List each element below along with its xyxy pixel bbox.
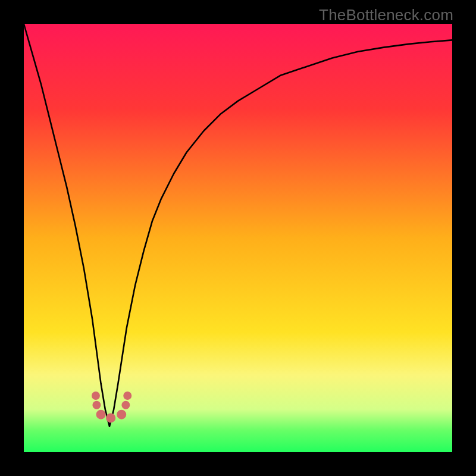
optimum-dot xyxy=(117,410,126,419)
curve-svg xyxy=(24,24,452,452)
chart-frame: TheBottleneck.com xyxy=(0,0,476,476)
optimum-dot xyxy=(123,392,131,400)
bottleneck-curve xyxy=(24,24,452,427)
optimum-dot xyxy=(121,401,130,409)
optimum-dot xyxy=(92,392,100,400)
watermark-text: TheBottleneck.com xyxy=(319,6,453,24)
optimum-dot xyxy=(106,413,115,422)
plot-area xyxy=(24,24,452,452)
optimum-dot xyxy=(92,401,101,409)
optimum-dots-group xyxy=(92,392,131,422)
optimum-dot xyxy=(96,410,106,419)
